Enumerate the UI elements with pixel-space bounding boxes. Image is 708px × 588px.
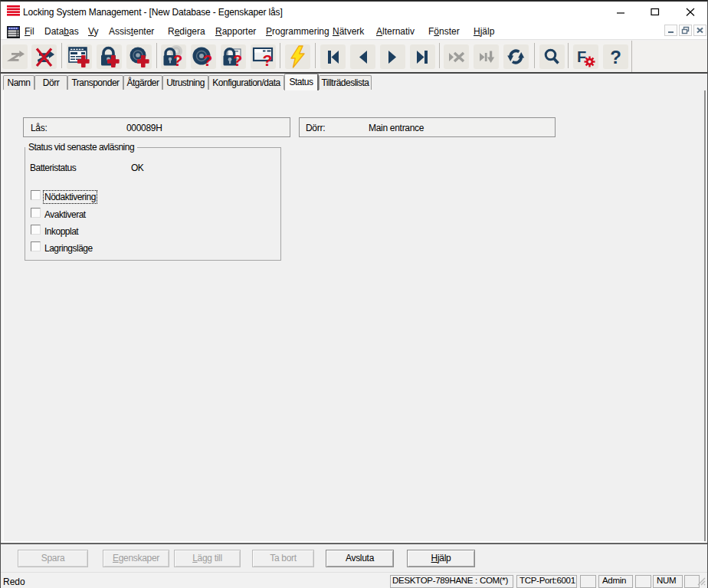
svg-text:?: ?	[263, 51, 273, 69]
svg-text:?: ?	[173, 51, 183, 69]
svg-text:?: ?	[610, 47, 621, 67]
svg-text:?: ?	[233, 51, 243, 69]
svg-text:?: ?	[203, 51, 213, 69]
